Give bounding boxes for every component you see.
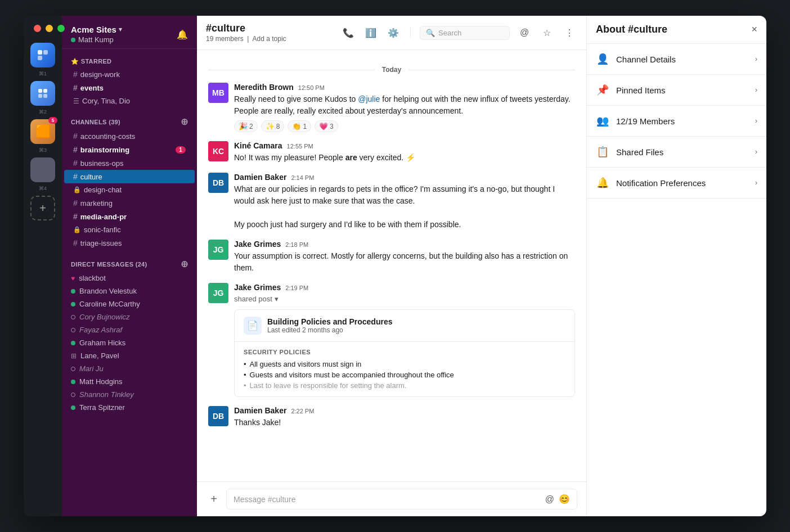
security-item-faded: • Last to leave is responsible for setti… [244,381,565,390]
message-author[interactable]: Damien Baker [234,173,286,182]
panel-item-pinned-items[interactable]: 📌 Pinned Items › [587,75,766,106]
sidebar-item-design-chat[interactable]: 🔒 design-chat [64,183,195,196]
star-icon-button[interactable]: ☆ [539,25,555,40]
panel-item-shared-files[interactable]: 📋 Shared Files › [587,137,766,168]
info-icon-button[interactable]: ℹ️ [363,25,379,40]
search-placeholder: Search [438,29,461,37]
starred-section-header: ⭐ STARRED [62,53,197,67]
message-content: Jake Grimes 2:18 PM Your assumption is c… [234,240,575,274]
maximize-button[interactable] [57,25,65,32]
message-author[interactable]: Meredith Brown [234,83,294,92]
close-button[interactable] [34,25,41,32]
dm-mari[interactable]: Mari Ju [62,362,197,375]
message-header: Jake Grimes 2:18 PM [234,240,575,249]
message-author[interactable]: Damien Baker [234,406,286,415]
shared-post-card[interactable]: 📄 Building Policies and Procedures Last … [234,309,575,397]
sidebar-item-media-and-pr[interactable]: # media-and-pr [64,210,195,223]
chat-header: #culture 19 members | Add a topic 📞 ℹ️ ⚙… [197,16,586,50]
workspace-header: Acme Sites ▾ Matt Kump 🔔 [62,16,197,49]
right-panel-header: About #culture × [587,16,766,44]
emoji-icon[interactable]: 😊 [559,494,570,504]
reaction-button[interactable]: 🎉 2 [234,120,258,132]
reaction-button[interactable]: 👏 1 [288,120,311,132]
add-topic-link[interactable]: Add a topic [253,35,286,43]
offline-dot [71,315,75,319]
panel-item-channel-details[interactable]: 👤 Channel Details › [587,44,766,75]
avatar: DB [208,173,228,193]
at-icon-button[interactable]: @ [517,25,532,40]
dm-cory[interactable]: Cory Bujnowicz [62,310,197,323]
at-icon[interactable]: @ [545,494,554,504]
dm-graham[interactable]: Graham Hicks [62,336,197,349]
workspace-name[interactable]: Acme Sites ▾ [71,25,122,34]
chevron-right-icon: › [755,55,757,63]
workspace-ws2[interactable]: 🟧 5 ⌘3 [30,119,55,153]
dm-terra[interactable]: Terra Spitzner [62,401,197,414]
online-dot [71,405,75,410]
dm-shannon[interactable]: Shannon Tinkley [62,388,197,401]
dm-brandon[interactable]: Brandon Velestuk [62,285,197,297]
sidebar-item-triage-issues[interactable]: # triage-issues [64,236,195,250]
panel-item-members[interactable]: 👥 12/19 Members › [587,106,766,137]
sidebar-item-cory-tina-dio[interactable]: ☰ Cory, Tina, Dio [64,94,195,107]
sidebar-item-culture[interactable]: # culture [64,170,195,183]
avatar: JG [208,240,228,260]
messages-area: Today MB Meredith Brown 12:50 PM Really … [197,50,586,481]
reaction-button[interactable]: ✨ 8 [261,120,285,132]
online-dot [71,380,75,384]
panel-close-button[interactable]: × [751,24,757,35]
dm-matt[interactable]: Matt Hodgins [62,375,197,388]
search-bar[interactable]: 🔍 Search [420,26,510,40]
avatar: MB [208,83,228,103]
emoji-reactions: 🎉 2 ✨ 8 👏 1 💗 3 [234,120,575,132]
pinned-items-label: Pinned Items [616,85,666,95]
panel-item-notifications[interactable]: 🔔 Notification Preferences › [587,168,766,199]
dm-lane[interactable]: ⊞ Lane, Pavel [62,349,197,362]
sidebar-item-business-ops[interactable]: # business-ops [64,156,195,170]
minimize-button[interactable] [46,25,53,32]
input-actions: @ 😊 [545,494,570,504]
message-input-box[interactable]: Message #culture @ 😊 [226,489,577,510]
svg-rect-4 [43,89,47,93]
workspace-ws3[interactable]: ⌘4 [30,157,55,191]
dm-section-header: DIRECT MESSAGES (24) ⊕ [62,254,197,272]
phone-icon-button[interactable]: 📞 [340,25,356,40]
sidebar-item-marketing[interactable]: # marketing [64,196,195,210]
offline-dot [71,328,75,332]
add-dm-button[interactable]: ⊕ [181,259,188,269]
pinned-items-icon: 📌 [596,84,609,96]
security-item: • Guests and visitors must be accompanie… [244,371,565,379]
robot-icon: ⊞ [71,352,77,360]
message-author[interactable]: Kiné Camara [234,141,282,150]
attachment-button[interactable]: + [206,492,222,507]
sidebar-item-sonic-fanfic[interactable]: 🔒 sonic-fanfic [64,223,195,236]
workspace-ws1[interactable]: ⌘2 [30,81,55,115]
dm-caroline[interactable]: Caroline McCarthy [62,297,197,310]
sidebar-item-brainstorming[interactable]: # brainstorming 1 [64,143,195,156]
sidebar-item-events[interactable]: # events [64,81,195,94]
search-icon: 🔍 [426,29,435,37]
sidebar-item-design-work[interactable]: # design-work [64,67,195,81]
channel-name: #culture [206,22,286,34]
dm-fayaz[interactable]: Fayaz Ashraf [62,323,197,336]
message-author[interactable]: Jake Grimes [234,283,281,292]
members-icon: 👥 [596,115,609,127]
add-channel-button[interactable]: ⊕ [181,116,188,127]
message-text: Thanks Jake! [234,417,575,429]
svg-rect-0 [38,50,42,55]
security-item: • All guests and visitors must sign in [244,360,565,368]
settings-icon-button[interactable]: ⚙️ [385,25,401,40]
notification-bell-icon[interactable]: 🔔 [177,29,188,40]
message-group: DB Damien Baker 2:22 PM Thanks Jake! [208,406,575,429]
mention[interactable]: @julie [358,94,380,103]
dm-slackbot[interactable]: ♥ slackbot [62,272,197,285]
message-time: 2:14 PM [291,174,314,181]
message-time: 2:19 PM [285,285,308,291]
sidebar-item-accounting-costs[interactable]: # accounting-costs [64,129,195,143]
svg-rect-1 [43,50,48,55]
more-icon-button[interactable]: ⋮ [562,25,577,40]
workspace-acme[interactable]: ⌘1 [30,43,55,76]
message-author[interactable]: Jake Grimes [234,240,281,249]
reaction-button[interactable]: 💗 3 [315,120,338,132]
add-workspace-button[interactable]: + [30,196,55,223]
